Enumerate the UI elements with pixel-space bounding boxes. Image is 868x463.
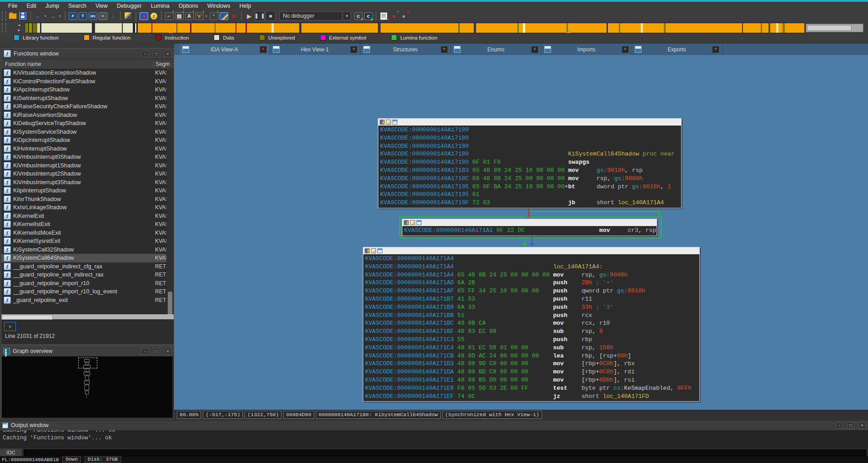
- edit-icon[interactable]: [386, 120, 391, 125]
- functions-horizontal-scrollbar[interactable]: [1, 314, 174, 319]
- disasm-line[interactable]: KVASCODE:0000000140A171CB 48 8D AC 24 80…: [365, 352, 697, 360]
- overview-viewport-rect[interactable]: [78, 357, 97, 368]
- search-next-button[interactable]: »: [98, 11, 107, 20]
- function-row-kivmbusinterrupt3shadow[interactable]: fKiVmbusInterrupt3ShadowKVAS: [1, 178, 166, 187]
- disasm-line[interactable]: KVASCODE:0000000140A171A4: [365, 255, 697, 263]
- function-row-kisystemserviceshadow[interactable]: fKiSystemServiceShadowKVAS: [1, 128, 166, 136]
- tab-structures[interactable]: Structures×: [361, 44, 451, 55]
- disasm-line[interactable]: KVASCODE:0000000140A171EF 74 0C jz short…: [365, 393, 697, 401]
- back-dropdown-icon[interactable]: ▼: [44, 15, 47, 18]
- disasm-line[interactable]: KVASCODE:0000000140A171A4 65 48 8B 24 25…: [365, 271, 697, 279]
- palette-icon[interactable]: [380, 120, 385, 125]
- minimize-button[interactable]: ▫: [836, 422, 843, 429]
- close-tab-icon[interactable]: ×: [260, 46, 267, 53]
- delete-breakpoint-button[interactable]: ●×: [399, 11, 408, 20]
- disasm-line[interactable]: KVASCODE:0000000140A1719F 72 03 jb short…: [380, 199, 679, 207]
- start-process-button[interactable]: c▶: [364, 11, 373, 20]
- function-row-kivmbusinterrupt1shadow[interactable]: fKiVmbusInterrupt1ShadowKVAS: [1, 161, 166, 170]
- disasm-line[interactable]: KVASCODE:0000000140A17183 65 48 89 24 25…: [380, 166, 679, 175]
- function-row-kivmbusinterrupt2shadow[interactable]: fKiVmbusInterrupt2ShadowKVAS: [1, 170, 166, 178]
- disasm-line[interactable]: KVASCODE:0000000140A171AF 65 FF 34 25 10…: [365, 287, 697, 295]
- command-input[interactable]: [24, 449, 867, 456]
- stop-button[interactable]: ■: [266, 11, 276, 21]
- disasm-line[interactable]: KVASCODE:0000000140A171AD 6A 2B push 2Bh…: [365, 279, 697, 287]
- close-button[interactable]: ×: [164, 348, 171, 355]
- menu-edit[interactable]: Edit: [22, 2, 41, 10]
- tab-ida-view-a[interactable]: IDA View-A×: [180, 44, 270, 55]
- band-right-arrow-icon[interactable]: ►: [15, 28, 23, 33]
- toolbar-drag-handle[interactable]: [2, 11, 6, 20]
- function-row-kxisrlinkageshadow[interactable]: fKxIsrLinkageShadowKVAS: [1, 203, 166, 212]
- restore-button[interactable]: □: [153, 50, 160, 57]
- make-data-button[interactable]: ▤+: [175, 11, 184, 20]
- function-row-kivirtualizationexceptionshadow[interactable]: fKiVirtualizationExceptionShadowKVAS: [1, 69, 166, 77]
- save-button[interactable]: [18, 11, 27, 20]
- debugger-select[interactable]: No debugger: [279, 11, 342, 20]
- attach-process-button[interactable]: c➤: [354, 11, 363, 20]
- menu-lumina[interactable]: Lumina: [146, 2, 174, 10]
- graph-overview-titlebar[interactable]: Graph overview ▫ □ ×: [1, 346, 174, 357]
- jump-button[interactable]: ↓: [108, 11, 117, 20]
- band-scrollbar-thumb[interactable]: [807, 25, 852, 31]
- minimize-button[interactable]: ▫: [141, 50, 149, 57]
- function-row-kiipiinterruptshadow[interactable]: fKiIpiInterruptShadowKVAS: [1, 186, 166, 195]
- functions-vertical-scrollbar[interactable]: [166, 69, 174, 314]
- function-row-kikernelsysretexit[interactable]: fKiKernelSysretExitKVAS: [1, 237, 166, 246]
- restore-button[interactable]: □: [847, 422, 854, 429]
- menu-debugger[interactable]: Debugger: [112, 2, 146, 10]
- make-string-dropdown-icon[interactable]: ▼: [205, 15, 208, 18]
- disasm-line[interactable]: KVASCODE:0000000140A17195 01: [380, 191, 679, 199]
- menu-view[interactable]: View: [91, 2, 112, 10]
- pause-button[interactable]: [255, 11, 265, 21]
- function-row-kidpcinterruptshadow[interactable]: fKiDpcInterruptShadowKVAS: [1, 136, 166, 145]
- function-row-guard-retpoline-import-r10-log-event[interactable]: f__guard_retpoline_import_r10_log_eventR…: [1, 287, 166, 296]
- function-row-kisystemcall64shadow[interactable]: fKiSystemCall64ShadowKVAS: [1, 254, 166, 262]
- menu-options[interactable]: Options: [174, 2, 203, 10]
- band-left-arrow-icon[interactable]: ◄: [15, 23, 23, 28]
- menu-windows[interactable]: Windows: [203, 2, 235, 10]
- function-row-kisystemcall32shadow[interactable]: fKiSystemCall32ShadowKVAS: [1, 246, 166, 254]
- open-file-button[interactable]: [8, 11, 17, 20]
- function-row-kikernelexit[interactable]: fKiKernelExitKVAS: [1, 212, 166, 221]
- function-row-guard-retpoline-exit-indirect-rax[interactable]: f__guard_retpoline_exit_indirect_raxRETP: [1, 271, 166, 279]
- disasm-line[interactable]: KVASCODE:0000000140A171E1 48 89 B5 D0 00…: [365, 376, 697, 384]
- navigate-back-button[interactable]: ←: [34, 11, 43, 20]
- disasm-line[interactable]: KVASCODE:0000000140A17195 65 0F BA 24 25…: [380, 183, 679, 191]
- problems-button[interactable]: ▲: [139, 11, 148, 20]
- menu-search[interactable]: Search: [64, 2, 91, 10]
- continue-button[interactable]: ▶: [245, 11, 254, 20]
- function-row-guard-retpoline-exit[interactable]: f_guard_retpoline_exitRETP: [1, 296, 166, 305]
- function-row-kicontrolprotectionfaultshadow[interactable]: fKiControlProtectionFaultShadowKVAS: [1, 77, 166, 86]
- function-row-kikernelistmceexit[interactable]: fKiKernelIstMceExitKVAS: [1, 229, 166, 237]
- disasm-block-loc-140A171A4[interactable]: KVASCODE:0000000140A171A4KVASCODE:000000…: [363, 247, 700, 402]
- menu-file[interactable]: File: [4, 2, 22, 10]
- search-binary-button[interactable]: 101: [88, 11, 97, 20]
- undefine-button[interactable]: ×: [229, 11, 238, 20]
- close-button[interactable]: ×: [164, 50, 171, 57]
- band-scroll-arrows[interactable]: ◄ ►: [15, 22, 23, 33]
- search-address-button[interactable]: #: [68, 11, 77, 20]
- restore-button[interactable]: □: [153, 348, 160, 355]
- disasm-line[interactable]: KVASCODE:0000000140A171D3 48 89 9D C0 00…: [365, 360, 697, 368]
- close-tab-icon[interactable]: ×: [441, 46, 448, 53]
- make-name-button[interactable]: A+: [185, 11, 194, 20]
- navigation-band[interactable]: [25, 23, 805, 33]
- disasm-line[interactable]: KVASCODE:0000000140A171BB 51 push rcx: [365, 312, 697, 320]
- tab-exports[interactable]: Exports×: [632, 44, 722, 55]
- edit-icon[interactable]: [410, 220, 415, 225]
- close-tab-icon[interactable]: ×: [712, 46, 719, 53]
- close-button[interactable]: ×: [858, 422, 866, 429]
- scrollbar-thumb[interactable]: [2, 315, 53, 320]
- block-titlebar[interactable]: [363, 247, 699, 254]
- block-titlebar[interactable]: [378, 119, 681, 126]
- add-breakpoint-button[interactable]: ●+: [389, 11, 398, 20]
- close-tab-icon[interactable]: ×: [622, 46, 629, 53]
- graph-overview-map[interactable]: [2, 357, 172, 418]
- make-function-button[interactable]: *+: [209, 11, 218, 20]
- close-tab-icon[interactable]: ×: [350, 46, 357, 53]
- function-row-kihvinterruptshadow[interactable]: fKiHvInterruptShadowKVAS: [1, 145, 166, 153]
- navigate-forward-button[interactable]: →: [48, 11, 57, 20]
- disasm-line[interactable]: KVASCODE:0000000140A17180 KiSystemCall64…: [380, 150, 679, 158]
- graph-canvas[interactable]: KVASCODE:0000000140A17180KVASCODE:000000…: [174, 55, 868, 410]
- output-log[interactable]: Caching 'Functions window' ... okCaching…: [0, 430, 868, 448]
